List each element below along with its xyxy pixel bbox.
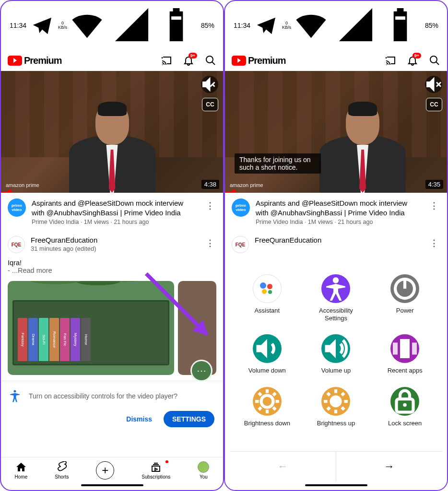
svg-rect-7 [400,339,410,358]
status-bar: 11:34 0KB/s 85% [225,1,447,50]
post-more-icon[interactable]: ⋮ [428,236,440,250]
video-player[interactable]: CC amazon prime 4:38 [1,71,223,193]
gesture-bar[interactable] [305,484,367,486]
channel-avatar[interactable]: prime video [232,199,250,217]
search-icon[interactable] [429,55,440,66]
video-player[interactable]: CC Thanks for joining us on such a short… [225,71,447,193]
a11y-item-label: Power [396,307,414,315]
youtube-logo[interactable]: Premium [232,55,286,66]
phone-left: 11:34 0KB/s 85% Premium 9+ [0,0,224,491]
panel-back-button[interactable]: ← [230,452,336,481]
a11y-item-label: Brightness up [317,420,355,427]
video-info[interactable]: prime video Aspirants and @PleaseSitDown… [225,193,447,231]
svg-point-5 [333,277,339,283]
channel-avatar[interactable]: prime video [8,199,26,217]
signal-icon [112,5,152,46]
mute-icon[interactable] [201,76,218,93]
watermark: amazon prime [6,182,39,188]
telegram-icon [255,14,277,37]
notifications-icon[interactable]: 9+ [183,55,194,66]
a11y-item-volup[interactable]: Volume up [304,334,369,374]
post-avatar[interactable]: FQE [8,236,25,253]
post-channel: FreeQuranEducation [31,236,198,244]
a11y-item-label: Recent apps [388,367,423,374]
a11y-item-lock[interactable]: Lock screen [372,387,437,427]
notif-badge: 9+ [413,53,421,58]
status-bar: 11:34 0KB/s 85% [1,1,223,50]
post-body: Iqra! - ...Read more [1,258,223,275]
app-header: Premium 9+ [1,50,223,71]
home-icon [15,461,27,473]
more-icon[interactable]: ⋮ [204,199,216,213]
wifi-icon [67,5,107,46]
a11y-prompt-text: Turn on accessibility controls for the v… [29,392,177,400]
a11y-item-voldown[interactable]: Volume down [235,334,300,374]
svg-point-13 [403,403,407,407]
a11y-icon [321,274,350,303]
svg-point-1 [206,56,213,63]
accessibility-icon [8,389,22,403]
a11y-item-a11y[interactable]: Accessibility Settings [304,274,369,322]
post-image[interactable]: Fantasy Drama Sci-Fi Romance Fan Fic Mys… [8,281,216,375]
dismiss-button[interactable]: Dismiss [118,411,160,427]
video-subtitle: Prime Video India · 1M views · 21 hours … [32,219,198,225]
nav-shorts[interactable]: Shorts [55,461,69,479]
post-channel: FreeQuranEducation [255,236,422,244]
svg-rect-3 [395,16,405,20]
signal-icon [336,5,376,46]
video-info[interactable]: prime video Aspirants and @PleaseSitDown… [1,193,223,231]
nav-you[interactable]: You [198,461,209,479]
post-avatar[interactable]: FQE [232,236,249,253]
video-title: Aspirants and @PleaseSitDown mock interv… [256,199,422,217]
cc-button[interactable]: CC [202,98,218,111]
search-icon[interactable] [205,55,216,66]
status-time: 11:34 [10,22,26,29]
cast-icon[interactable] [385,55,396,66]
a11y-item-assistant[interactable]: Assistant [235,274,300,322]
user-avatar [198,461,209,473]
mute-icon[interactable] [425,76,442,93]
video-caption: Thanks for joining us on such a short no… [235,153,321,174]
net-speed: 0KB/s [58,21,67,30]
shorts-icon [56,461,68,473]
gesture-bar[interactable] [81,484,143,486]
notifications-icon[interactable]: 9+ [407,55,418,66]
panel-nav: ← → [230,451,442,481]
a11y-item-label: Accessibility Settings [312,307,360,322]
nav-home[interactable]: Home [15,461,28,479]
lock-icon [390,387,419,416]
youtube-logo[interactable]: Premium [8,55,62,66]
net-speed: 0KB/s [282,21,291,30]
a11y-item-label: Assistant [254,307,280,315]
app-header: Premium 9+ [225,50,447,71]
post-more-icon[interactable]: ⋮ [204,236,216,250]
a11y-item-power[interactable]: Power [372,274,437,322]
brightdown-icon [253,387,282,416]
battery-icon [156,5,196,46]
cast-icon[interactable] [161,55,172,66]
a11y-item-brightdown[interactable]: Brightness down [235,387,300,427]
a11y-item-recent[interactable]: Recent apps [372,334,437,374]
accessibility-panel: AssistantAccessibility SettingsPowerVolu… [225,258,447,490]
a11y-item-label: Brightness down [244,420,290,427]
power-icon [390,274,419,303]
nav-subscriptions[interactable]: Subscriptions [141,461,170,479]
settings-button[interactable]: SETTINGS [164,411,214,427]
cc-button[interactable]: CC [426,98,442,111]
community-post[interactable]: FQE FreeQuranEducation 31 minutes ago (e… [1,231,223,258]
a11y-banner: Turn on accessibility controls for the v… [1,381,223,411]
a11y-item-label: Lock screen [388,420,422,427]
post-time: 31 minutes ago (edited) [31,245,198,252]
accessibility-fab[interactable]: ⋯ [190,360,212,382]
panel-forward-button[interactable]: → [336,452,442,481]
video-duration: 4:38 [201,180,219,189]
community-post[interactable]: FQE FreeQuranEducation ⋮ [225,231,447,258]
a11y-item-brightup[interactable]: Brightness up [304,387,369,427]
telegram-icon [31,14,53,37]
nav-create[interactable]: + [96,461,114,479]
battery-icon [380,5,420,46]
video-title: Aspirants and @PleaseSitDown mock interv… [32,199,198,217]
more-icon[interactable]: ⋮ [428,199,440,213]
battery-pct: 85% [425,22,438,29]
phone-right: 11:34 0KB/s 85% Premium 9+ CC [224,0,448,491]
